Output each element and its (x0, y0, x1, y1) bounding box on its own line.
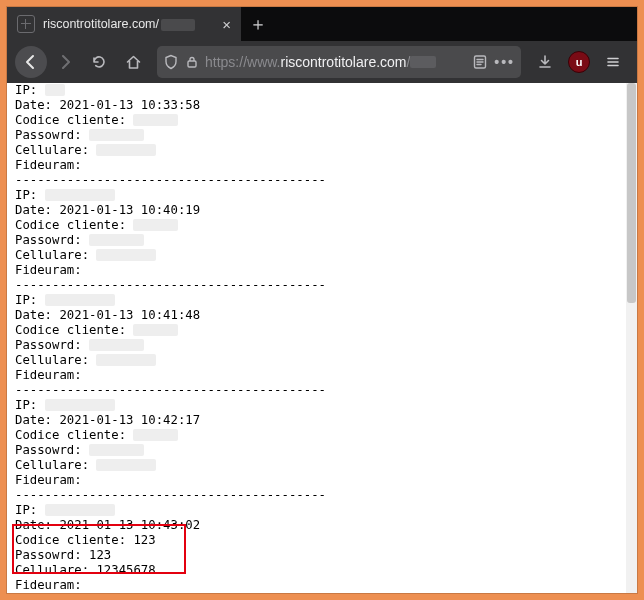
lock-icon (185, 55, 199, 69)
log-line: Date: 2021-01-13 10:42:17 (15, 413, 623, 428)
log-line: Fideuram: (15, 578, 623, 593)
redacted-value (96, 459, 156, 471)
page-actions-icon[interactable]: ••• (494, 54, 515, 70)
redacted-value (96, 144, 156, 156)
log-line: Cellulare: (15, 248, 623, 263)
tab-title: riscontrotitolare.com/ (43, 17, 214, 31)
log-line: Date: 2021-01-13 10:41:48 (15, 308, 623, 323)
redacted-text (410, 56, 436, 68)
reader-mode-icon[interactable] (472, 54, 488, 70)
home-button[interactable] (117, 46, 149, 78)
redacted-value (45, 84, 65, 96)
log-line: Cellulare: (15, 458, 623, 473)
redacted-value (96, 249, 156, 261)
redacted-value (133, 219, 178, 231)
redacted-value (89, 234, 144, 246)
url-text: https://www.riscontrotitolare.com/ (205, 54, 436, 70)
shield-icon (163, 54, 179, 70)
redacted-value (89, 339, 144, 351)
log-line: Passowrd: (15, 233, 623, 248)
log-line: Codice cliente: 123 (15, 533, 623, 548)
log-line: Passowrd: (15, 443, 623, 458)
browser-tab[interactable]: riscontrotitolare.com/ × (7, 7, 241, 41)
log-line: Codice cliente: (15, 113, 623, 128)
log-line: Codice cliente: (15, 323, 623, 338)
log-line: Codice cliente: (15, 428, 623, 443)
redacted-value (89, 129, 144, 141)
log-line: Cellulare: (15, 353, 623, 368)
back-button[interactable] (15, 46, 47, 78)
redacted-value (133, 114, 178, 126)
browser-window: riscontrotitolare.com/ × ＋ https://www.r… (7, 7, 637, 593)
log-line: Date: 2021-01-13 10:40:19 (15, 203, 623, 218)
scrollbar[interactable] (626, 83, 637, 593)
log-line: IP: (15, 83, 623, 98)
browser-viewport: IP: Date: 2021-01-13 10:33:58Codice clie… (7, 83, 637, 593)
log-line: IP: (15, 398, 623, 413)
log-line: Fideuram: (15, 263, 623, 278)
app-menu-button[interactable] (597, 46, 629, 78)
log-line: IP: (15, 503, 623, 518)
redacted-value (133, 429, 178, 441)
log-line: Fideuram: (15, 158, 623, 173)
scrollbar-thumb[interactable] (627, 83, 636, 303)
log-line: Cellulare: (15, 143, 623, 158)
tab-strip: riscontrotitolare.com/ × ＋ (7, 7, 637, 41)
redacted-value (133, 324, 178, 336)
log-line: Fideuram: (15, 368, 623, 383)
close-icon[interactable]: × (222, 17, 231, 32)
log-line: Fideuram: (15, 473, 623, 488)
address-bar[interactable]: https://www.riscontrotitolare.com/ ••• (157, 46, 521, 78)
log-line: Date: 2021-01-13 10:33:58 (15, 98, 623, 113)
log-line: Date: 2021-01-13 10:43:02 (15, 518, 623, 533)
forward-button[interactable] (49, 46, 81, 78)
log-separator: ----------------------------------------… (15, 383, 623, 398)
downloads-button[interactable] (529, 46, 561, 78)
svg-rect-0 (188, 61, 196, 67)
reload-button[interactable] (83, 46, 115, 78)
ublock-icon: u (568, 51, 590, 73)
redacted-value (45, 189, 115, 201)
redacted-value (96, 354, 156, 366)
redacted-value (89, 444, 144, 456)
log-separator: ----------------------------------------… (15, 173, 623, 188)
log-line: IP: (15, 293, 623, 308)
log-line: Passowrd: (15, 338, 623, 353)
redacted-value (45, 504, 115, 516)
log-separator: ----------------------------------------… (15, 278, 623, 293)
log-separator: ----------------------------------------… (15, 488, 623, 503)
log-line: Passowrd: (15, 128, 623, 143)
redacted-value (45, 294, 115, 306)
redacted-value (45, 399, 115, 411)
browser-toolbar: https://www.riscontrotitolare.com/ ••• u (7, 41, 637, 83)
page-content: IP: Date: 2021-01-13 10:33:58Codice clie… (15, 83, 623, 593)
globe-icon (17, 15, 35, 33)
log-line: IP: (15, 188, 623, 203)
new-tab-button[interactable]: ＋ (241, 7, 275, 41)
log-line: Cellulare: 12345678 (15, 563, 623, 578)
extension-ublock-button[interactable]: u (563, 46, 595, 78)
log-line: Codice cliente: (15, 218, 623, 233)
redacted-text (161, 19, 195, 31)
log-line: Passowrd: 123 (15, 548, 623, 563)
